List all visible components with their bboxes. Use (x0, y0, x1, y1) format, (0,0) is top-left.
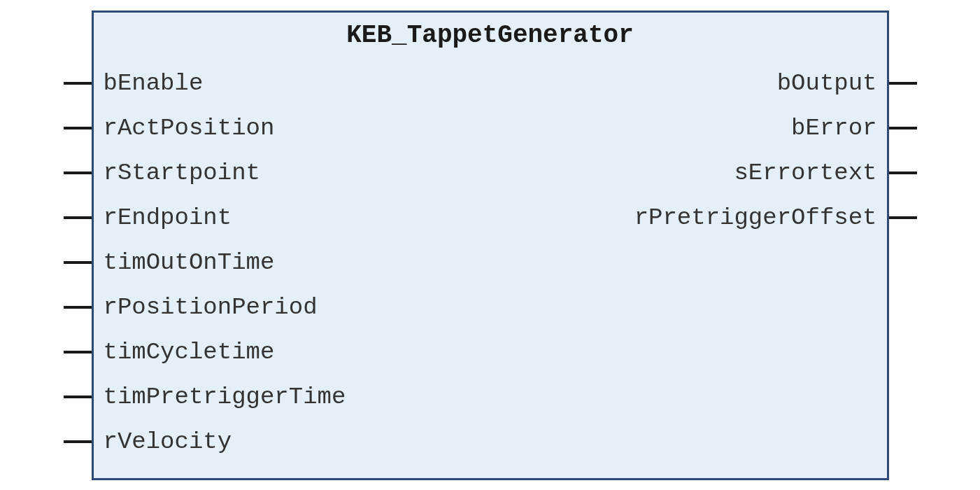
pin-connector (64, 440, 92, 443)
ports-area: bEnable rActPosition rStartpoint rEndpoi… (94, 61, 887, 478)
output-port: bOutput (634, 61, 877, 106)
pin-connector (64, 351, 92, 354)
output-port: sErrortext (634, 150, 877, 195)
input-label: rEndpoint (104, 204, 232, 231)
function-block: KEB_TappetGenerator bEnable rActPosition… (92, 10, 889, 480)
input-port: timCycletime (104, 330, 346, 374)
input-label: rStartpoint (104, 160, 260, 186)
input-port: timPretriggerTime (104, 374, 346, 419)
output-port: bError (634, 106, 877, 150)
input-label: bEnable (104, 70, 204, 97)
pin-connector (64, 127, 92, 130)
input-port: rPositionPeriod (104, 285, 346, 330)
pin-connector (64, 306, 92, 309)
pin-connector (889, 172, 917, 174)
input-port: rEndpoint (104, 195, 346, 240)
output-label: bError (791, 115, 876, 141)
input-label: rPositionPeriod (104, 294, 318, 321)
function-block-container: KEB_TappetGenerator bEnable rActPosition… (64, 10, 917, 480)
inputs-column: bEnable rActPosition rStartpoint rEndpoi… (104, 61, 346, 464)
input-port: rActPosition (104, 106, 346, 150)
output-label: rPretriggerOffset (634, 204, 877, 231)
output-label: bOutput (777, 70, 877, 97)
pin-connector (64, 216, 92, 219)
input-port: rVelocity (104, 419, 346, 464)
pin-connector (889, 127, 917, 130)
pin-connector (64, 172, 92, 174)
input-port: timOutOnTime (104, 240, 346, 285)
pin-connector (64, 261, 92, 264)
input-port: rStartpoint (104, 150, 346, 195)
input-label: rActPosition (104, 115, 275, 141)
input-label: timPretriggerTime (104, 384, 346, 410)
input-label: timOutOnTime (104, 249, 275, 276)
outputs-column: bOutput bError sErrortext rPretriggerOff… (634, 61, 877, 464)
pin-connector (64, 82, 92, 85)
pin-connector (889, 216, 917, 219)
output-label: sErrortext (734, 160, 876, 186)
input-label: rVelocity (104, 428, 232, 455)
pin-connector (64, 396, 92, 398)
input-label: timCycletime (104, 339, 275, 365)
input-port: bEnable (104, 61, 346, 106)
pin-connector (889, 82, 917, 85)
block-title: KEB_TappetGenerator (94, 13, 887, 61)
output-port: rPretriggerOffset (634, 195, 877, 240)
